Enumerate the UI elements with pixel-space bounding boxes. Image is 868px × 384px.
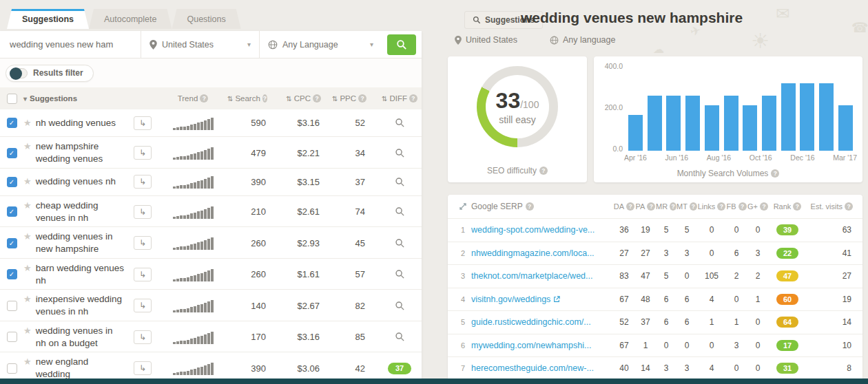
- results-filter-toggle[interactable]: Results filter: [6, 65, 94, 82]
- star-icon[interactable]: ★: [23, 200, 32, 212]
- header-est-visits[interactable]: Est. visits?: [806, 202, 854, 211]
- star-icon[interactable]: ★: [23, 117, 32, 129]
- append-keyword-button[interactable]: ↳: [134, 236, 152, 250]
- serp-url-link[interactable]: nhweddingmagazine.com/loca...: [471, 248, 613, 258]
- header-trend[interactable]: Trend ?: [158, 94, 227, 103]
- table-row: ★wedding venues in nh on a budget ↳ 170 …: [0, 321, 422, 353]
- append-keyword-button[interactable]: ↳: [134, 330, 152, 344]
- append-keyword-button[interactable]: ↳: [134, 205, 152, 219]
- magnifier-icon[interactable]: [395, 269, 405, 279]
- header-mr[interactable]: MR?: [656, 202, 676, 211]
- help-icon[interactable]: ?: [760, 202, 768, 211]
- help-icon[interactable]: ?: [771, 169, 779, 178]
- magnifier-icon[interactable]: [395, 206, 405, 217]
- row-checkbox[interactable]: [7, 332, 17, 342]
- help-icon[interactable]: ?: [845, 202, 853, 211]
- serp-url-link[interactable]: herecomestheguide.com/new-...: [471, 363, 613, 373]
- page-title: wedding venues new hampshire: [521, 10, 743, 26]
- row-checkbox[interactable]: ✓: [7, 206, 17, 217]
- header-pa[interactable]: PA?: [635, 202, 656, 211]
- serp-row: 1 wedding-spot.com/wedding-ve... 3619550…: [448, 218, 862, 242]
- rank-badge: 39: [776, 224, 798, 235]
- serp-url-link[interactable]: theknot.com/marketplace/wed...: [471, 271, 613, 281]
- append-keyword-button[interactable]: ↳: [134, 116, 152, 130]
- star-icon[interactable]: ★: [23, 175, 32, 188]
- append-keyword-button[interactable]: ↳: [134, 268, 152, 281]
- header-search[interactable]: ⇅ Search ?: [227, 94, 278, 103]
- help-icon[interactable]: ?: [200, 94, 208, 103]
- star-icon[interactable]: ★: [23, 325, 32, 337]
- rank-badge: 22: [776, 248, 798, 259]
- google-serp-card: Google SERP ? DA? PA? MR? MT? Links? FB?…: [448, 195, 862, 384]
- select-all-checkbox[interactable]: [7, 94, 17, 104]
- serp-url-link[interactable]: wedding-spot.com/wedding-ve...: [471, 225, 613, 235]
- header-da[interactable]: DA?: [613, 202, 635, 211]
- help-icon[interactable]: ?: [313, 94, 321, 103]
- header-ppc[interactable]: ⇅ PPC ?: [332, 94, 378, 103]
- magnifier-icon[interactable]: [395, 238, 405, 248]
- append-keyword-button[interactable]: ↳: [134, 146, 152, 160]
- help-icon[interactable]: ?: [358, 94, 366, 103]
- append-keyword-button[interactable]: ↳: [134, 361, 152, 375]
- help-icon[interactable]: ?: [409, 94, 417, 103]
- help-icon[interactable]: ?: [670, 202, 676, 211]
- tab-autocomplete[interactable]: Autocomplete: [89, 9, 172, 29]
- help-icon[interactable]: ?: [526, 202, 534, 211]
- serp-title: Google SERP ?: [471, 202, 613, 211]
- tab-suggestions[interactable]: Suggestions: [7, 9, 89, 29]
- magnifier-icon[interactable]: [395, 177, 405, 187]
- row-checkbox[interactable]: ✓: [7, 238, 17, 248]
- magnifier-icon[interactable]: [395, 332, 405, 342]
- star-icon[interactable]: ★: [23, 262, 32, 275]
- help-icon[interactable]: ?: [647, 202, 655, 211]
- header-links[interactable]: Links?: [697, 202, 726, 211]
- header-diff[interactable]: ⇅ DIFF ?: [378, 94, 422, 103]
- keyword-label: inexpensive wedding venues in nh: [36, 293, 124, 318]
- header-gplus[interactable]: G+?: [747, 202, 769, 211]
- append-keyword-button[interactable]: ↳: [134, 299, 152, 312]
- magnifier-icon[interactable]: [395, 301, 405, 311]
- help-icon[interactable]: ?: [626, 202, 634, 211]
- append-keyword-button[interactable]: ↳: [134, 175, 152, 189]
- search-icon: [396, 39, 407, 50]
- country-select-value: United States: [162, 40, 214, 50]
- serp-url-link[interactable]: guide.rusticweddingchic.com/...: [471, 317, 613, 327]
- serp-expand-icon[interactable]: [455, 202, 471, 211]
- help-icon[interactable]: ?: [738, 202, 747, 211]
- serp-url-link[interactable]: mywedding.com/newhampshi...: [471, 341, 613, 350]
- toggle-switch[interactable]: [10, 68, 28, 78]
- tab-questions[interactable]: Questions: [172, 9, 240, 29]
- serp-url-link[interactable]: visitnh.gov/weddings: [471, 295, 613, 304]
- row-checkbox[interactable]: ✓: [7, 177, 17, 187]
- header-fb[interactable]: FB?: [726, 202, 747, 211]
- help-icon[interactable]: ?: [717, 202, 725, 211]
- sort-desc-icon: ▾: [23, 95, 27, 103]
- row-checkbox[interactable]: [7, 363, 17, 374]
- star-icon[interactable]: ★: [23, 356, 32, 368]
- header-mt[interactable]: MT?: [676, 202, 697, 211]
- help-icon[interactable]: ?: [539, 167, 548, 175]
- magnifier-icon[interactable]: [395, 118, 405, 128]
- star-icon[interactable]: ★: [23, 293, 32, 306]
- rank-badge: 60: [776, 294, 798, 305]
- star-icon[interactable]: ★: [23, 231, 32, 243]
- help-icon[interactable]: ?: [262, 94, 267, 103]
- country-select[interactable]: United States ▾: [141, 31, 259, 58]
- magnifier-icon[interactable]: [395, 148, 405, 158]
- help-icon[interactable]: ?: [793, 202, 801, 211]
- language-select[interactable]: Any Language ▾: [259, 31, 382, 58]
- help-icon[interactable]: ?: [690, 202, 697, 211]
- header-suggestions[interactable]: ▾ Suggestions: [23, 94, 127, 103]
- header-rank[interactable]: Rank?: [769, 202, 806, 211]
- row-checkbox[interactable]: ✓: [7, 118, 17, 128]
- keyword-table-header: ▾ Suggestions Trend ? ⇅ Search ? ⇅ CPC ?: [0, 87, 422, 109]
- keyword-search-input[interactable]: [0, 31, 141, 58]
- row-checkbox[interactable]: ✓: [7, 148, 17, 158]
- search-button[interactable]: [387, 34, 416, 55]
- row-checkbox[interactable]: ✓: [7, 269, 17, 279]
- header-cpc[interactable]: ⇅ CPC ?: [278, 94, 332, 103]
- star-icon[interactable]: ★: [23, 140, 32, 153]
- ppc-value: 57: [332, 269, 378, 279]
- keyword-label: wedding venues in new hampshire: [36, 231, 124, 255]
- row-checkbox[interactable]: [7, 301, 17, 311]
